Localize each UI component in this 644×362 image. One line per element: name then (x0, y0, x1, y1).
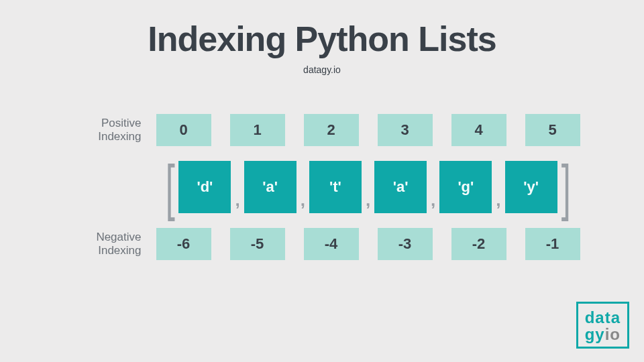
negative-cell: -3 (378, 228, 433, 260)
negative-cell: -4 (304, 228, 359, 260)
list-items: 'd' , 'a' , 't' , 'a' , 'g' , (178, 161, 557, 213)
comma: , (235, 190, 239, 210)
positive-cell: 0 (156, 114, 211, 146)
comma: , (301, 190, 305, 210)
logo-line2a: gy (585, 325, 605, 343)
positive-cell: 4 (451, 114, 506, 146)
positive-cell: 2 (304, 114, 359, 146)
list-item: 'a' (374, 161, 427, 213)
positive-cell: 5 (525, 114, 580, 146)
positive-cell: 3 (378, 114, 433, 146)
positive-cell: 1 (230, 114, 285, 146)
negative-cells: -6 -5 -4 -3 -2 -1 (156, 228, 580, 260)
positive-label: Positive Indexing (64, 117, 142, 144)
comma: , (496, 190, 500, 210)
positive-cells: 0 1 2 3 4 5 (156, 114, 580, 146)
indexing-diagram: Positive Indexing 0 1 2 3 4 5 [ 'd' , 'a… (0, 114, 644, 260)
negative-cell: -5 (230, 228, 285, 260)
positive-index-row: Positive Indexing 0 1 2 3 4 5 (64, 114, 580, 146)
negative-cell: -1 (525, 228, 580, 260)
list-item: 'd' (178, 161, 231, 213)
page-title: Indexing Python Lists (0, 19, 644, 59)
list-item: 'g' (439, 161, 492, 213)
negative-cell: -6 (156, 228, 211, 260)
datagy-logo: data gyio (576, 302, 629, 349)
list-item: 'a' (244, 161, 297, 213)
page-subtitle: datagy.io (0, 64, 644, 75)
logo-line1: data (585, 309, 621, 326)
close-bracket-icon: ] (561, 166, 570, 208)
list-item: 't' (309, 161, 362, 213)
negative-index-row: Negative Indexing -6 -5 -4 -3 -2 -1 (64, 228, 580, 260)
negative-label: Negative Indexing (64, 231, 142, 258)
negative-cell: -2 (451, 228, 506, 260)
list-item: 'y' (505, 161, 557, 213)
logo-line2b: io (605, 325, 621, 343)
list-row: [ 'd' , 'a' , 't' , 'a' , (70, 161, 574, 213)
open-bracket-icon: [ (166, 166, 175, 208)
comma: , (431, 190, 435, 210)
comma: , (366, 190, 370, 210)
